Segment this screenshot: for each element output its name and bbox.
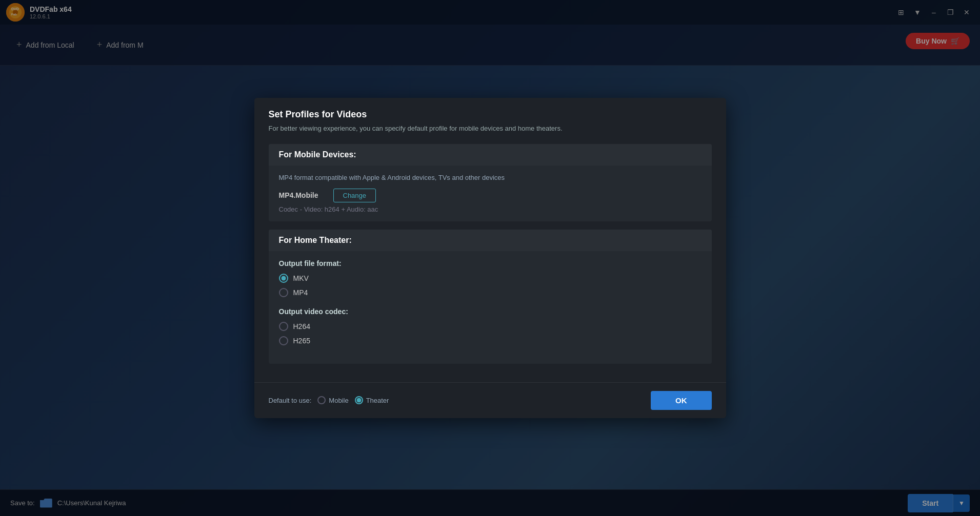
h264-option[interactable]: H264 — [279, 322, 702, 331]
dialog-body: For Mobile Devices: MP4 format compatibl… — [254, 139, 726, 382]
h264-radio[interactable] — [279, 322, 288, 331]
profile-row: MP4.Mobile Change — [279, 189, 702, 202]
mkv-option[interactable]: MKV — [279, 274, 702, 283]
output-format-label: Output file format: — [279, 259, 702, 267]
set-profiles-dialog: Set Profiles for Videos For better viewi… — [254, 98, 726, 418]
h264-label: H264 — [293, 322, 310, 331]
theater-heading: For Home Theater: — [279, 236, 352, 244]
output-codec-group: Output video codec: H264 H265 — [279, 307, 702, 345]
mp4-label: MP4 — [293, 288, 308, 297]
ok-button[interactable]: OK — [651, 391, 712, 410]
mp4-radio[interactable] — [279, 288, 288, 297]
output-format-group: Output file format: MKV MP4 — [279, 259, 702, 297]
mobile-default-option[interactable]: Mobile — [317, 396, 348, 404]
h265-option[interactable]: H265 — [279, 336, 702, 345]
dialog-title: Set Profiles for Videos — [269, 109, 712, 120]
mobile-devices-section: For Mobile Devices: MP4 format compatibl… — [269, 144, 712, 221]
theater-section-header: For Home Theater: — [269, 230, 712, 251]
mp4-option[interactable]: MP4 — [279, 288, 702, 297]
dialog-footer: Default to use: Mobile Theater OK — [254, 382, 726, 418]
output-codec-label: Output video codec: — [279, 307, 702, 316]
mobile-description: MP4 format compatible with Apple & Andro… — [279, 174, 702, 181]
dialog-header: Set Profiles for Videos For better viewi… — [254, 98, 726, 138]
mobile-default-radio[interactable] — [317, 396, 326, 404]
profile-label: MP4.Mobile — [279, 191, 325, 199]
default-to-use-section: Default to use: Mobile Theater — [269, 396, 389, 404]
h265-radio[interactable] — [279, 336, 288, 345]
dialog-overlay: Set Profiles for Videos For better viewi… — [0, 0, 980, 516]
mobile-default-label: Mobile — [329, 397, 348, 404]
mobile-section-header: For Mobile Devices: — [269, 144, 712, 166]
mobile-heading: For Mobile Devices: — [279, 150, 356, 159]
theater-default-option[interactable]: Theater — [355, 396, 389, 404]
mobile-section-body: MP4 format compatible with Apple & Andro… — [269, 166, 712, 221]
theater-default-label: Theater — [366, 397, 389, 404]
mkv-label: MKV — [293, 274, 309, 282]
codec-info: Codec - Video: h264 + Audio: aac — [279, 205, 702, 213]
h265-label: H265 — [293, 337, 310, 345]
default-label: Default to use: — [269, 397, 312, 404]
mkv-radio[interactable] — [279, 274, 288, 283]
theater-default-radio[interactable] — [355, 396, 363, 404]
dialog-subtitle: For better viewing experience, you can s… — [269, 124, 712, 133]
change-profile-button[interactable]: Change — [333, 189, 376, 202]
theater-section-body: Output file format: MKV MP4 Output video… — [269, 251, 712, 364]
home-theater-section: For Home Theater: Output file format: MK… — [269, 230, 712, 364]
